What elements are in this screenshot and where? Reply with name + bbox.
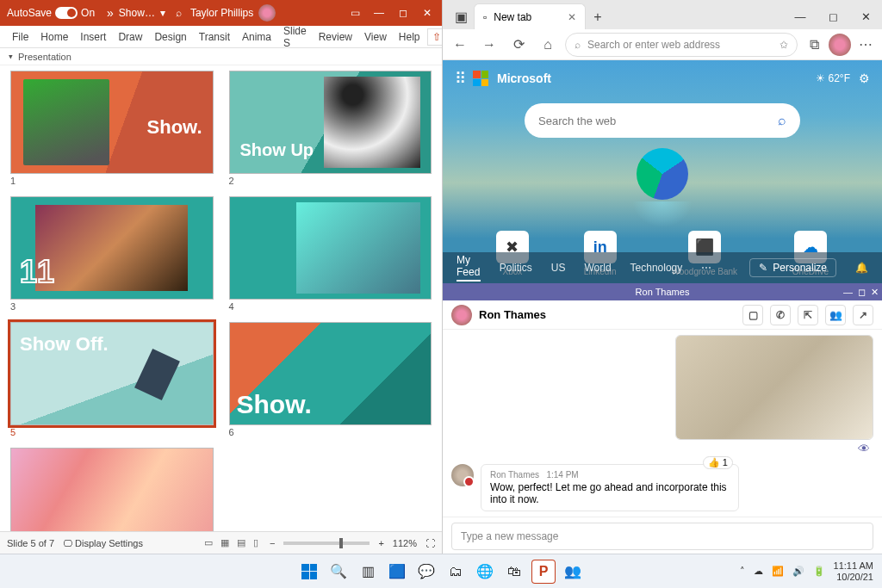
minimize-button[interactable]: — (368, 1, 390, 25)
tab-file[interactable]: File (7, 28, 34, 46)
new-tab-button[interactable]: + (586, 5, 610, 29)
chat-message[interactable]: 👍 1 Ron Thames 1:14 PM Wow, perfect! Let… (451, 464, 873, 511)
zoom-percent[interactable]: 112% (393, 538, 417, 548)
contact-avatar-icon[interactable] (451, 305, 472, 325)
contact-name[interactable]: Ron Thames (479, 308, 546, 321)
maximize-button[interactable]: ◻ (858, 287, 866, 298)
audio-call-icon[interactable]: ✆ (770, 305, 791, 325)
slide-sorter[interactable]: Show.1 Show Up2 113 4 Show Off.5 Show.6 … (0, 65, 442, 531)
file-explorer-icon[interactable]: 🗂 (444, 560, 468, 584)
slide-thumb-4[interactable]: 4 (229, 196, 432, 312)
maximize-button[interactable]: ◻ (392, 1, 414, 25)
message-reaction[interactable]: 👍 1 (703, 456, 733, 469)
wifi-icon[interactable]: 📶 (772, 566, 784, 577)
store-icon[interactable]: 🛍 (502, 560, 526, 584)
minimize-button[interactable]: — (843, 287, 853, 298)
toggle-switch-icon[interactable] (55, 7, 78, 19)
weather-widget[interactable]: ☀ 62°F (816, 72, 850, 84)
browser-tab[interactable]: ▫ New tab ✕ (474, 3, 586, 29)
image-message[interactable] (675, 335, 873, 440)
start-button[interactable] (297, 560, 321, 584)
personalize-button[interactable]: ✎ Personalize (749, 258, 836, 277)
slide-thumb-1[interactable]: Show.1 (10, 71, 214, 186)
edge-taskbar-icon[interactable]: 🌐 (473, 560, 497, 584)
close-button[interactable]: ✕ (416, 1, 438, 25)
profile-avatar-icon[interactable] (829, 34, 851, 56)
refresh-button[interactable]: ⟳ (506, 33, 531, 57)
slide-counter[interactable]: Slide 5 of 7 (7, 538, 54, 548)
collections-icon[interactable]: ⧉ (803, 34, 825, 56)
feed-tab-technology[interactable]: Technology (630, 262, 683, 274)
forward-button[interactable]: → (477, 33, 501, 57)
fit-to-window-icon[interactable]: ⛶ (425, 538, 435, 548)
chat-messages[interactable]: 👁 👍 1 Ron Thames 1:14 PM Wow, perfect! L… (443, 330, 882, 517)
slide-thumb-3[interactable]: 113 (10, 196, 214, 312)
close-button[interactable]: ✕ (871, 287, 879, 298)
chat-icon[interactable]: 💬 (414, 560, 438, 584)
sorter-view-icon[interactable]: ▦ (218, 537, 232, 548)
title-dropdown-icon[interactable]: ▾ (160, 7, 165, 19)
compose-input[interactable]: Type a new message (451, 523, 873, 550)
popout-icon[interactable]: ↗ (853, 305, 873, 325)
menu-icon[interactable]: ⋯ (854, 34, 877, 56)
display-settings-button[interactable]: 🖵 Display Settings (63, 538, 143, 548)
qat-overflow-icon[interactable]: » (107, 6, 114, 20)
widgets-icon[interactable]: 🟦 (385, 560, 409, 584)
tab-animations[interactable]: Anima (237, 28, 276, 46)
zoom-in-button[interactable]: + (378, 538, 383, 548)
zoom-out-button[interactable]: − (270, 538, 275, 548)
teams-taskbar-icon[interactable]: 👥 (561, 560, 585, 584)
tab-review[interactable]: Review (314, 28, 357, 46)
tab-insert[interactable]: Insert (75, 28, 111, 46)
maximize-button[interactable]: ◻ (817, 3, 849, 29)
onedrive-tray-icon[interactable]: ☁ (754, 566, 763, 577)
feed-tab-world[interactable]: World (584, 262, 611, 274)
tab-actions-icon[interactable]: ▣ (448, 3, 474, 29)
tab-home[interactable]: Home (35, 28, 73, 46)
slide-thumb-6[interactable]: Show.6 (229, 322, 432, 437)
zoom-slider[interactable] (283, 542, 370, 545)
feed-tab-more-icon[interactable]: ⋯ (701, 262, 711, 274)
search-icon[interactable]: ⌕ (176, 7, 182, 19)
address-bar[interactable]: ⌕ Search or enter web address ✩ (565, 33, 798, 57)
task-view-icon[interactable]: ▥ (356, 560, 380, 584)
favorite-icon[interactable]: ✩ (780, 39, 788, 51)
slide-thumb-2[interactable]: Show Up2 (229, 71, 432, 186)
ribbon-display-icon[interactable]: ▭ (344, 1, 366, 25)
powerpoint-taskbar-icon[interactable]: P (531, 560, 556, 584)
tab-draw[interactable]: Draw (113, 28, 147, 46)
tab-close-icon[interactable]: ✕ (568, 11, 576, 23)
notifications-bell-icon[interactable]: 🔔 (855, 262, 868, 274)
feed-tab-politics[interactable]: Politics (500, 262, 532, 274)
back-button[interactable]: ← (448, 33, 472, 57)
tab-view[interactable]: View (359, 28, 392, 46)
feed-tab-us[interactable]: US (551, 262, 566, 274)
tab-help[interactable]: Help (394, 28, 425, 46)
screen-share-icon[interactable]: ⇱ (798, 305, 818, 325)
slideshow-view-icon[interactable]: ▯ (251, 537, 261, 548)
document-title[interactable]: Show… (119, 7, 155, 19)
sorter-section-header[interactable]: Presentation (0, 48, 442, 65)
reading-view-icon[interactable]: ▤ (234, 537, 248, 548)
minimize-button[interactable]: — (784, 3, 817, 29)
app-launcher-icon[interactable]: ⠿ (455, 69, 464, 88)
video-call-icon[interactable]: ▢ (742, 305, 763, 325)
slide-thumb-7[interactable]: 7 (10, 448, 214, 531)
feed-tab-myfeed[interactable]: My Feed (457, 254, 481, 282)
autosave-toggle[interactable]: AutoSave On (3, 7, 98, 19)
taskbar-clock[interactable]: 11:11 AM 10/20/21 (834, 560, 873, 581)
ntp-search-box[interactable]: Search the web ⌕ (525, 103, 800, 138)
close-button[interactable]: ✕ (849, 3, 882, 29)
volume-icon[interactable]: 🔊 (792, 566, 804, 577)
add-people-icon[interactable]: 👥 (825, 305, 846, 325)
slide-thumb-5[interactable]: Show Off.5 (10, 322, 214, 437)
tab-transitions[interactable]: Transit (194, 28, 235, 46)
tab-design[interactable]: Design (149, 28, 191, 46)
tray-overflow-icon[interactable]: ˄ (740, 566, 745, 577)
account-button[interactable]: Taylor Phillips (190, 4, 276, 22)
search-icon[interactable]: ⌕ (778, 113, 786, 128)
normal-view-icon[interactable]: ▭ (202, 537, 215, 548)
battery-icon[interactable]: 🔋 (813, 566, 825, 577)
home-button[interactable]: ⌂ (536, 33, 560, 57)
search-icon[interactable]: 🔍 (326, 560, 351, 584)
